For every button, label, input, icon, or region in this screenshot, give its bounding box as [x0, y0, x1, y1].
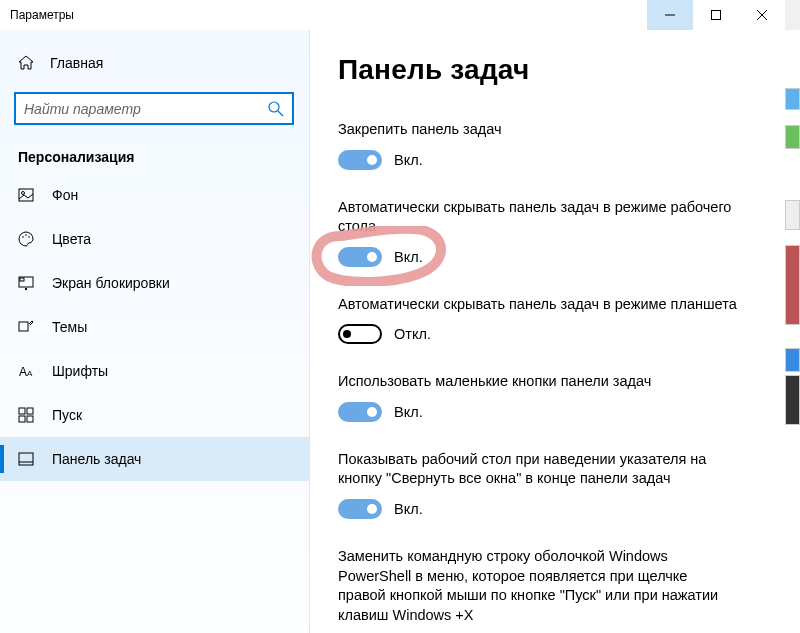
sidebar-item-label: Шрифты [52, 363, 108, 379]
svg-text:A: A [27, 369, 33, 378]
svg-rect-1 [712, 11, 721, 20]
setting-autohide-desktop: Автоматически скрывать панель задач в ре… [338, 198, 757, 267]
toggle-state: Откл. [394, 326, 431, 342]
search-input[interactable] [24, 101, 268, 117]
setting-label: Заменить командную строку оболочкой Wind… [338, 547, 738, 625]
home-nav-item[interactable]: Главная [0, 44, 309, 82]
toggle-state: Вкл. [394, 501, 423, 517]
home-icon [18, 55, 34, 71]
maximize-icon [711, 10, 721, 20]
minimize-button[interactable] [647, 0, 693, 30]
svg-rect-13 [20, 278, 24, 281]
toggle-state: Вкл. [394, 249, 423, 265]
toggle-peek-desktop[interactable] [338, 499, 382, 519]
setting-autohide-tablet: Автоматически скрывать панель задач в ре… [338, 295, 757, 345]
svg-rect-19 [19, 416, 25, 422]
svg-rect-20 [27, 416, 33, 422]
start-icon [18, 407, 34, 423]
setting-small-buttons: Использовать маленькие кнопки панели зад… [338, 372, 757, 422]
titlebar: Параметры [0, 0, 785, 30]
palette-icon [18, 231, 34, 247]
setting-peek-desktop: Показывать рабочий стол при наведении ук… [338, 450, 757, 519]
svg-point-10 [28, 236, 30, 238]
close-button[interactable] [739, 0, 785, 30]
sidebar-item-label: Фон [52, 187, 78, 203]
section-header: Персонализация [0, 129, 309, 173]
sidebar-item-themes[interactable]: Темы [0, 305, 309, 349]
toggle-state: Вкл. [394, 404, 423, 420]
sidebar-item-fonts[interactable]: AA Шрифты [0, 349, 309, 393]
sidebar-item-start[interactable]: Пуск [0, 393, 309, 437]
toggle-small-buttons[interactable] [338, 402, 382, 422]
page-title: Панель задач [338, 54, 757, 86]
themes-icon [18, 319, 34, 335]
background-window-peek [785, 30, 800, 633]
sidebar: Главная Персонализация Фон Цвета Экран б… [0, 30, 310, 633]
svg-point-7 [22, 192, 25, 195]
maximize-button[interactable] [693, 0, 739, 30]
toggle-autohide-desktop[interactable] [338, 247, 382, 267]
setting-label: Использовать маленькие кнопки панели зад… [338, 372, 738, 392]
svg-rect-18 [27, 408, 33, 414]
sidebar-item-label: Темы [52, 319, 87, 335]
svg-rect-17 [19, 408, 25, 414]
content-area: Панель задач Закрепить панель задач Вкл.… [310, 30, 785, 633]
picture-icon [18, 187, 34, 203]
svg-point-4 [269, 102, 279, 112]
toggle-state: Вкл. [394, 152, 423, 168]
sidebar-item-label: Цвета [52, 231, 91, 247]
svg-rect-12 [25, 288, 27, 290]
search-icon [268, 101, 284, 117]
svg-text:A: A [19, 365, 27, 379]
svg-rect-14 [19, 322, 28, 331]
search-box[interactable] [14, 92, 294, 125]
svg-rect-21 [19, 453, 33, 465]
setting-label: Показывать рабочий стол при наведении ук… [338, 450, 738, 489]
setting-label: Автоматически скрывать панель задач в ре… [338, 198, 738, 237]
svg-point-8 [22, 236, 24, 238]
sidebar-item-taskbar[interactable]: Панель задач [0, 437, 309, 481]
svg-point-9 [25, 234, 27, 236]
window-controls [647, 0, 785, 30]
window-title: Параметры [10, 8, 74, 22]
lockscreen-icon [18, 275, 34, 291]
sidebar-item-lockscreen[interactable]: Экран блокировки [0, 261, 309, 305]
setting-label: Закрепить панель задач [338, 120, 738, 140]
fonts-icon: AA [18, 363, 34, 379]
toggle-lock-taskbar[interactable] [338, 150, 382, 170]
setting-powershell: Заменить командную строку оболочкой Wind… [338, 547, 757, 625]
sidebar-item-background[interactable]: Фон [0, 173, 309, 217]
setting-lock-taskbar: Закрепить панель задач Вкл. [338, 120, 757, 170]
svg-line-5 [278, 111, 283, 116]
minimize-icon [665, 10, 675, 20]
toggle-autohide-tablet[interactable] [338, 324, 382, 344]
sidebar-item-colors[interactable]: Цвета [0, 217, 309, 261]
taskbar-icon [18, 451, 34, 467]
setting-label: Автоматически скрывать панель задач в ре… [338, 295, 738, 315]
sidebar-item-label: Панель задач [52, 451, 141, 467]
svg-rect-6 [19, 189, 33, 201]
home-label: Главная [50, 55, 103, 71]
sidebar-item-label: Экран блокировки [52, 275, 170, 291]
close-icon [757, 10, 767, 20]
sidebar-item-label: Пуск [52, 407, 82, 423]
